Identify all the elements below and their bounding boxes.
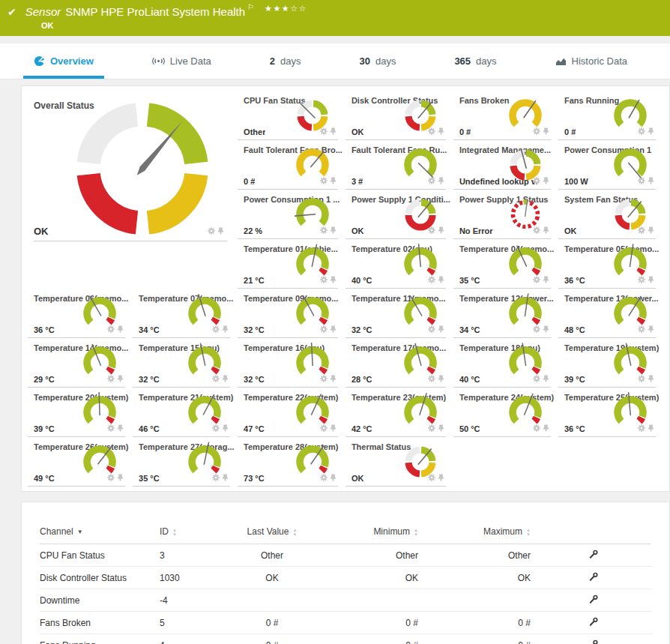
pin-icon[interactable] [543, 174, 549, 187]
gear-icon[interactable] [320, 421, 328, 435]
column-header-last-value[interactable]: Last Value [223, 522, 321, 544]
pin-icon[interactable] [330, 372, 336, 385]
gauge-tile[interactable]: Thermal Status OK [345, 439, 453, 488]
gauge-tile[interactable]: Temperature 26(system) 49 °C [28, 439, 133, 488]
gauge-tile[interactable]: System Fan Status OK [558, 191, 663, 241]
gauge-tile[interactable]: Temperature 14(memo... 29 °C [28, 340, 133, 389]
pin-icon[interactable] [543, 372, 549, 385]
gear-icon[interactable] [320, 471, 328, 484]
gauge-tile[interactable]: Temperature 20(system) 39 °C [28, 389, 133, 439]
sort-icon[interactable] [526, 528, 531, 537]
gauge-tile[interactable]: Temperature 25(system) 36 °C [558, 389, 663, 439]
gauge-tile[interactable]: Temperature 22(system) 47 °C [238, 389, 345, 439]
table-row[interactable]: Fans Broken 5 0 # 0 # 0 # [40, 612, 651, 634]
star-rating[interactable]: ★★★☆☆ [265, 4, 307, 13]
sort-icon[interactable] [172, 528, 177, 537]
sort-icon[interactable] [414, 528, 418, 537]
gauge-tile[interactable]: Temperature 28(system) 73 °C [238, 439, 345, 488]
pin-icon[interactable] [222, 421, 229, 435]
table-row[interactable]: Downtime -4 [40, 589, 651, 612]
tab-days[interactable]: 30 days [348, 43, 406, 79]
pin-icon[interactable] [330, 421, 336, 435]
gauge-tile[interactable]: Integrated Manageme... Undefined lookup … [453, 142, 558, 191]
gauge-tile[interactable]: Disk Controller Status OK [345, 92, 453, 142]
pin-icon[interactable] [648, 372, 654, 385]
gear-icon[interactable] [428, 322, 435, 336]
gear-icon[interactable] [320, 124, 328, 138]
edit-channel-icon[interactable] [589, 595, 598, 606]
gauge-tile[interactable]: Temperature 15(cpu) 32 °C [133, 340, 238, 389]
column-header-channel[interactable]: Channel [40, 522, 160, 544]
sort-icon[interactable] [292, 528, 297, 537]
gear-icon[interactable] [638, 223, 645, 237]
gear-icon[interactable] [428, 421, 435, 435]
gauge-tile[interactable]: Temperature 19(system) 39 °C [558, 340, 663, 389]
pin-icon[interactable] [648, 124, 654, 138]
gauge-tile[interactable]: CPU Fan Status Other [238, 92, 345, 142]
gear-icon[interactable] [107, 322, 115, 336]
pin-icon[interactable] [438, 223, 444, 237]
pin-icon[interactable] [438, 471, 444, 484]
gear-icon[interactable] [212, 372, 220, 385]
pin-icon[interactable] [438, 124, 444, 138]
overall-status-tile[interactable]: Overall Status OK [28, 92, 238, 290]
pin-icon[interactable] [117, 471, 124, 484]
gear-icon[interactable] [212, 322, 220, 336]
table-row[interactable]: Fans Running 4 0 # 0 # 0 # [40, 634, 651, 644]
star-icon[interactable]: ★ [273, 4, 281, 13]
pin-icon[interactable] [330, 322, 336, 336]
gear-icon[interactable] [428, 273, 435, 286]
table-row[interactable]: Disk Controller Status 1030 OK OK OK [40, 567, 651, 589]
column-header-minimum[interactable]: Minimum [321, 522, 418, 544]
gear-icon[interactable] [638, 124, 645, 138]
gauge-tile[interactable]: Temperature 13(power... 48 °C [558, 290, 663, 340]
gear-icon[interactable] [533, 421, 540, 435]
pin-icon[interactable] [330, 273, 336, 286]
gauge-tile[interactable]: Power Consumption 1 100 W [558, 142, 663, 191]
gear-icon[interactable] [208, 224, 215, 238]
gauge-tile[interactable]: Temperature 04(memo... 35 °C [453, 241, 558, 290]
gear-icon[interactable] [533, 322, 540, 336]
gear-icon[interactable] [107, 372, 115, 385]
pin-icon[interactable] [543, 322, 549, 336]
pin-icon[interactable] [648, 421, 654, 435]
gauge-tile[interactable]: Fault Tolerant Fans Ru... 3 # [345, 142, 453, 191]
pin-icon[interactable] [648, 322, 654, 336]
gear-icon[interactable] [107, 421, 115, 435]
gear-icon[interactable] [428, 372, 435, 385]
gear-icon[interactable] [428, 124, 435, 138]
gauge-tile[interactable]: Temperature 09(memo... 32 °C [238, 290, 345, 340]
gauge-tile[interactable]: Temperature 23(system) 42 °C [345, 389, 453, 439]
pin-icon[interactable] [222, 372, 229, 385]
pin-icon[interactable] [438, 322, 444, 336]
gauge-tile[interactable]: Temperature 07(memo... 34 °C [133, 290, 238, 340]
gauge-tile[interactable]: Temperature 18(cpu) 40 °C [453, 340, 558, 389]
pin-icon[interactable] [117, 421, 124, 435]
gear-icon[interactable] [320, 174, 328, 187]
gear-icon[interactable] [638, 273, 645, 286]
tab-days[interactable]: 365 days [444, 43, 507, 79]
pin-icon[interactable] [438, 372, 444, 385]
pin-icon[interactable] [222, 471, 229, 484]
gear-icon[interactable] [320, 223, 328, 237]
gear-icon[interactable] [107, 471, 115, 484]
edit-channel-icon[interactable] [589, 572, 598, 583]
tab-days[interactable]: 2 days [259, 43, 312, 79]
pin-icon[interactable] [543, 124, 549, 138]
gear-icon[interactable] [212, 421, 220, 435]
gear-icon[interactable] [533, 273, 540, 286]
gauge-tile[interactable]: Temperature 11(memo... 32 °C [345, 290, 453, 340]
pin-icon[interactable] [438, 421, 444, 435]
star-icon[interactable]: ☆ [290, 4, 298, 13]
gauge-tile[interactable]: Temperature 01(ambie... 21 °C [238, 241, 345, 290]
pin-icon[interactable] [648, 174, 654, 187]
gear-icon[interactable] [428, 471, 435, 484]
gauge-tile[interactable]: Temperature 24(system) 50 °C [453, 389, 558, 439]
pin-icon[interactable] [330, 174, 336, 187]
pin-icon[interactable] [330, 223, 336, 237]
gear-icon[interactable] [533, 174, 540, 187]
gauge-tile[interactable]: Temperature 02(cpu) 40 °C [345, 241, 453, 290]
gauge-tile[interactable]: Temperature 21(system) 46 °C [133, 389, 238, 439]
star-icon[interactable]: ☆ [299, 4, 307, 13]
gear-icon[interactable] [320, 273, 328, 286]
